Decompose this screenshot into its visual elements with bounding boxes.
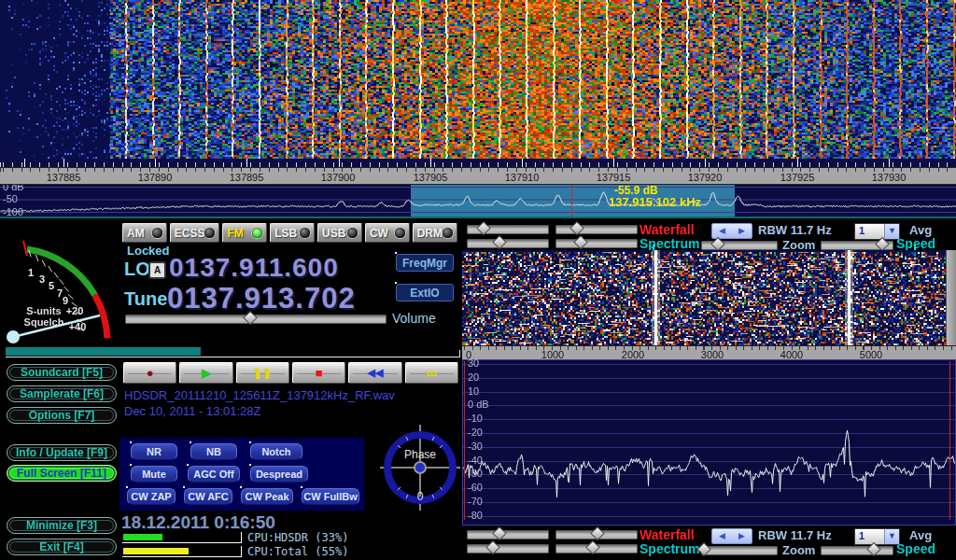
mode-drm-button[interactable]: DRM	[413, 223, 457, 243]
led-indicator	[347, 228, 358, 238]
main-waterfall-display[interactable]	[0, 0, 956, 159]
wf-brightness-slider-top[interactable]	[467, 225, 549, 234]
wf-contrast-slider-bottom[interactable]	[555, 530, 638, 539]
cursor-freq-readout: 137.915.102 kHz	[609, 195, 701, 209]
zoom-slider-top[interactable]	[701, 241, 778, 250]
needle-pivot[interactable]	[7, 330, 20, 343]
audio-waterfall-display[interactable]	[462, 250, 946, 345]
audio-spectrum-canvas[interactable]	[462, 359, 956, 525]
slider-thumb[interactable]	[585, 540, 600, 555]
lo-frequency-display[interactable]: 0137.911.600	[169, 253, 339, 283]
exit-button[interactable]: Exit [F4]	[7, 539, 117, 555]
despread-button[interactable]: Despread	[250, 466, 308, 483]
slider-thumb[interactable]	[485, 540, 500, 555]
speed-slider-bottom[interactable]	[821, 546, 893, 555]
phase-indicator: Phase 0	[378, 419, 462, 512]
spin-right-icon[interactable]: ▶	[732, 224, 752, 238]
tune-frequency-display[interactable]: 0137.913.702	[167, 282, 356, 315]
slider-thumb[interactable]	[875, 237, 890, 252]
spec-brightness-slider-top[interactable]	[467, 239, 549, 248]
smeter-tick: +20	[66, 305, 84, 316]
fullscreen-button[interactable]: Full Screen [F11]	[7, 465, 117, 482]
db-tick-label: -10	[468, 413, 483, 424]
slider-thumb[interactable]	[492, 235, 507, 250]
play-icon: ▶	[202, 367, 211, 379]
slider-thumb[interactable]	[570, 221, 585, 236]
mode-ecss-button[interactable]: ECSS	[170, 223, 220, 243]
phase-value: 0	[417, 490, 424, 503]
db-axis-label: 0 dB	[3, 185, 24, 192]
notch-button[interactable]: Notch	[250, 443, 302, 460]
wf-brightness-slider-bottom[interactable]	[467, 530, 549, 539]
spec-contrast-slider-bottom[interactable]	[555, 544, 638, 553]
spec-contrast-slider-top[interactable]	[555, 239, 638, 248]
slider-thumb[interactable]	[476, 221, 491, 236]
spectrum-tab-label[interactable]: Spectrum	[640, 236, 700, 251]
spin-left-icon[interactable]: ◀	[712, 224, 732, 238]
db-tick-label: -40	[468, 455, 483, 466]
cw-zap-button[interactable]: CW ZAP	[127, 488, 176, 505]
extio-button[interactable]: ExtIO	[396, 284, 454, 301]
mode-lsb-button[interactable]: LSB	[270, 223, 315, 243]
speed-label: Speed	[896, 236, 935, 251]
options-button[interactable]: Options [F7]	[7, 407, 117, 424]
slider-thumb[interactable]	[710, 237, 725, 252]
frequency-scale[interactable]: 137885 137890 137895 137900 137905 13791…	[0, 167, 956, 185]
mode-fm-button[interactable]: FM	[222, 223, 267, 243]
stop-button[interactable]: ■	[292, 362, 345, 384]
mode-usb-button[interactable]: USB	[317, 223, 362, 243]
volume-slider[interactable]	[125, 315, 387, 324]
play-button[interactable]: ▶	[179, 362, 232, 384]
slider-thumb[interactable]	[866, 542, 881, 557]
cpu-hdsdr-bar	[122, 532, 242, 543]
zoom-slider-bottom[interactable]	[701, 546, 778, 555]
cpu-total-bar	[122, 546, 242, 557]
waterfall-tab-label[interactable]: Waterfall	[640, 222, 695, 237]
slider-thumb[interactable]	[492, 526, 507, 541]
mode-cw-button[interactable]: CW	[365, 223, 410, 243]
waterfall-tab-label[interactable]: Waterfall	[640, 527, 695, 542]
slider-thumb[interactable]	[590, 526, 605, 541]
smeter-tick: 5	[49, 280, 54, 291]
cw-fullbw-button[interactable]: CW FullBw	[302, 488, 359, 505]
rbw-readout: RBW 11.7 Hz	[758, 528, 832, 542]
loop-button[interactable]: ∞	[405, 362, 458, 384]
speed-slider-top[interactable]	[821, 241, 893, 250]
lo-lock-badge[interactable]: A	[148, 261, 166, 279]
mode-am-button[interactable]: AM	[122, 223, 167, 243]
freqmgr-button[interactable]: FreqMgr	[396, 254, 454, 272]
spin-left-icon[interactable]: ◀	[712, 529, 732, 543]
main-spectrum-canvas[interactable]	[0, 185, 956, 217]
record-icon: ●	[147, 367, 154, 379]
pause-button[interactable]: ❚❚	[236, 362, 289, 384]
cw-peak-button[interactable]: CW Peak	[241, 488, 293, 505]
loop-icon: ∞	[427, 367, 437, 379]
db-tick-label: -50	[468, 468, 483, 479]
minimize-button[interactable]: Minimize [F3]	[7, 517, 117, 534]
spec-brightness-slider-bottom[interactable]	[467, 544, 549, 553]
spectrum-tab-label[interactable]: Spectrum	[640, 541, 700, 556]
audio-spectrum-display[interactable]: 30 20 10 0 dB -10 -20 -30 -40 -50 -60 -7…	[462, 359, 956, 525]
playback-controls: ● ▶ ❚❚ ■ ◀◀ ∞	[123, 362, 458, 384]
wf-contrast-slider-top[interactable]	[555, 225, 638, 234]
nr-button[interactable]: NR	[131, 443, 177, 460]
record-button[interactable]: ●	[123, 362, 176, 384]
divider	[0, 217, 956, 218]
rewind-button[interactable]: ◀◀	[348, 362, 401, 384]
mute-button[interactable]: Mute	[131, 466, 177, 483]
main-spectrum-display[interactable]: 0 dB -50 -100 -55.9 dB 137.915.102 kHz	[0, 185, 956, 217]
led-indicator	[300, 228, 310, 238]
info-update-button[interactable]: Info / Update [F9]	[7, 444, 117, 461]
soundcard-button[interactable]: Soundcard [F5]	[7, 364, 117, 381]
spin-right-icon[interactable]: ▶	[732, 529, 752, 543]
playback-position-bar[interactable]	[6, 346, 460, 357]
db-tick-label: -20	[468, 427, 483, 438]
frequency-tick-label: 137900	[321, 172, 356, 183]
samplerate-button[interactable]: Samplerate [F6]	[7, 385, 117, 402]
audio-frequency-scale[interactable]: 0 1000 2000 3000 4000 5000	[462, 345, 956, 359]
slider-thumb[interactable]	[573, 235, 588, 250]
cpu-total-text: CPU:Total (55%)	[247, 545, 348, 558]
agc-button[interactable]: AGC Off	[188, 466, 240, 483]
cw-afc-button[interactable]: CW AFC	[184, 488, 232, 505]
nb-button[interactable]: NB	[190, 443, 237, 460]
